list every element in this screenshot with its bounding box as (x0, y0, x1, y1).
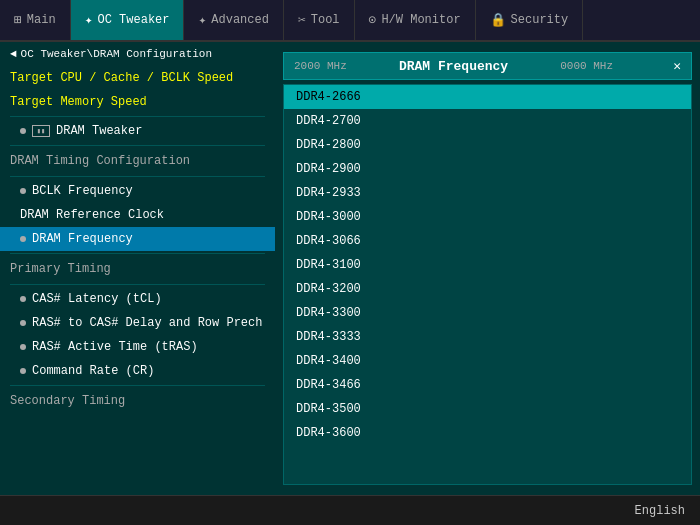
menu-item-3[interactable]: ▮▮DRAM Tweaker (0, 119, 275, 143)
section-label-11: Primary Timing (0, 256, 275, 282)
item-dot-icon (20, 320, 26, 326)
dram-icon: ▮▮ (32, 125, 50, 137)
tab-icon-tool: ✂ (298, 12, 306, 28)
menu-item-13[interactable]: CAS# Latency (tCL) (0, 287, 275, 311)
tab-label-hw-monitor: H/W Monitor (381, 13, 460, 27)
breadcrumb-text: OC Tweaker\DRAM Configuration (21, 48, 212, 60)
separator-17 (10, 385, 265, 386)
item-dot-icon (20, 188, 26, 194)
menu-header-1[interactable]: Target Memory Speed (0, 90, 275, 114)
nav-tab-advanced[interactable]: ✦ Advanced (184, 0, 283, 40)
menu-item-label: RAS# Active Time (tRAS) (32, 340, 198, 354)
tab-label-tool: Tool (311, 13, 340, 27)
dropdown-item-1[interactable]: DDR4-2700 (284, 109, 691, 133)
dropdown-item-6[interactable]: DDR4-3066 (284, 229, 691, 253)
dropdown-item-0[interactable]: DDR4-2666 (284, 85, 691, 109)
nav-bar: ⊞ Main✦ OC Tweaker✦ Advanced✂ Tool⊙ H/W … (0, 0, 700, 42)
language-label: English (635, 504, 685, 518)
nav-tab-tool[interactable]: ✂ Tool (284, 0, 355, 40)
dropdown-header: 2000 MHz DRAM Frequency 0000 MHz ✕ (283, 52, 692, 80)
menu-item-label: Command Rate (CR) (32, 364, 154, 378)
menu-item-14[interactable]: RAS# to CAS# Delay and Row Prech (0, 311, 275, 335)
dropdown-item-2[interactable]: DDR4-2800 (284, 133, 691, 157)
menu-item-label: DRAM Reference Clock (20, 208, 164, 222)
right-panel: 2000 MHz DRAM Frequency 0000 MHz ✕ DDR4-… (275, 42, 700, 495)
menu-item-label: DRAM Frequency (32, 232, 133, 246)
item-dot-icon (20, 236, 26, 242)
separator-10 (10, 253, 265, 254)
item-dot-icon (20, 368, 26, 374)
breadcrumb: ◄ OC Tweaker\DRAM Configuration (0, 42, 275, 66)
item-dot-icon (20, 128, 26, 134)
dropdown-item-3[interactable]: DDR4-2900 (284, 157, 691, 181)
tab-icon-hw-monitor: ⊙ (369, 12, 377, 28)
dropdown-item-7[interactable]: DDR4-3100 (284, 253, 691, 277)
separator-12 (10, 284, 265, 285)
menu-item-label: DRAM Tweaker (56, 124, 142, 138)
menu-item-7[interactable]: BCLK Frequency (0, 179, 275, 203)
dropdown-list[interactable]: DDR4-2666DDR4-2700DDR4-2800DDR4-2900DDR4… (283, 84, 692, 485)
dropdown-item-8[interactable]: DDR4-3200 (284, 277, 691, 301)
dropdown-item-12[interactable]: DDR4-3466 (284, 373, 691, 397)
dropdown-title: DRAM Frequency (399, 59, 508, 74)
nav-tab-hw-monitor[interactable]: ⊙ H/W Monitor (355, 0, 476, 40)
tab-label-oc-tweaker: OC Tweaker (97, 13, 169, 27)
dropdown-item-4[interactable]: DDR4-2933 (284, 181, 691, 205)
dropdown-item-13[interactable]: DDR4-3500 (284, 397, 691, 421)
dropdown-item-5[interactable]: DDR4-3000 (284, 205, 691, 229)
nav-tab-security[interactable]: 🔒 Security (476, 0, 584, 40)
close-button[interactable]: ✕ (673, 58, 681, 74)
left-panel: ◄ OC Tweaker\DRAM Configuration Target C… (0, 42, 275, 495)
tab-label-main: Main (27, 13, 56, 27)
menu-item-8[interactable]: DRAM Reference Clock (0, 203, 275, 227)
item-dot-icon (20, 344, 26, 350)
tab-icon-main: ⊞ (14, 12, 22, 28)
item-dot-icon (20, 296, 26, 302)
section-label-18: Secondary Timing (0, 388, 275, 414)
tab-label-advanced: Advanced (211, 13, 269, 27)
nav-tab-oc-tweaker[interactable]: ✦ OC Tweaker (71, 0, 185, 40)
dropdown-item-11[interactable]: DDR4-3400 (284, 349, 691, 373)
nav-tab-main[interactable]: ⊞ Main (0, 0, 71, 40)
tab-icon-security: 🔒 (490, 12, 506, 28)
menu-item-9[interactable]: DRAM Frequency (0, 227, 275, 251)
menu-item-label: CAS# Latency (tCL) (32, 292, 162, 306)
menu-item-16[interactable]: Command Rate (CR) (0, 359, 275, 383)
bottom-bar: English (0, 495, 700, 525)
main-content: ◄ OC Tweaker\DRAM Configuration Target C… (0, 42, 700, 495)
breadcrumb-arrow: ◄ (10, 48, 17, 60)
menu-item-15[interactable]: RAS# Active Time (tRAS) (0, 335, 275, 359)
separator-6 (10, 176, 265, 177)
menu-header-0[interactable]: Target CPU / Cache / BCLK Speed (0, 66, 275, 90)
menu-item-label: BCLK Frequency (32, 184, 133, 198)
freq-left: 2000 MHz (294, 60, 347, 72)
menu-item-label: RAS# to CAS# Delay and Row Prech (32, 316, 262, 330)
tab-icon-oc-tweaker: ✦ (85, 12, 93, 28)
dropdown-item-9[interactable]: DDR4-3300 (284, 301, 691, 325)
separator-2 (10, 116, 265, 117)
tab-label-security: Security (511, 13, 569, 27)
dropdown-item-10[interactable]: DDR4-3333 (284, 325, 691, 349)
section-label-5: DRAM Timing Configuration (0, 148, 275, 174)
freq-right: 0000 MHz (560, 60, 613, 72)
tab-icon-advanced: ✦ (198, 12, 206, 28)
dropdown-item-14[interactable]: DDR4-3600 (284, 421, 691, 445)
separator-4 (10, 145, 265, 146)
